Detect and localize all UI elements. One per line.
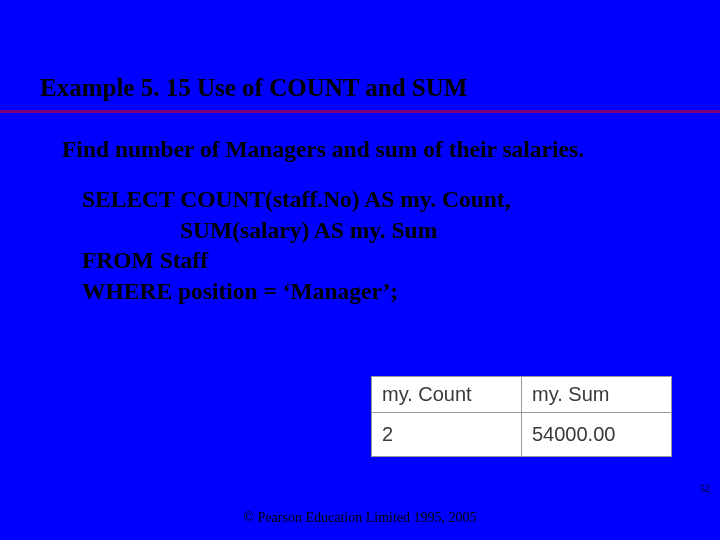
table-header-row: my. Count my. Sum [372, 377, 672, 413]
cell-sum: 54000.00 [522, 413, 672, 457]
sql-line-4: WHERE position = ‘Manager’; [82, 278, 398, 304]
sql-block: SELECT COUNT(staff.No) AS my. Count, SUM… [0, 164, 720, 306]
sql-line-2: SUM(salary) AS my. Sum [82, 215, 720, 246]
slide: Example 5. 15 Use of COUNT and SUM Find … [0, 0, 720, 540]
slide-number: 52 [700, 483, 710, 494]
copyright: © Pearson Education Limited 1995, 2005 [0, 510, 720, 526]
result-table-wrap: my. Count my. Sum 2 54000.00 [371, 376, 672, 457]
problem-statement: Find number of Managers and sum of their… [0, 113, 720, 164]
slide-title: Example 5. 15 Use of COUNT and SUM [0, 74, 720, 108]
result-table: my. Count my. Sum 2 54000.00 [371, 376, 672, 457]
table-row: 2 54000.00 [372, 413, 672, 457]
sql-line-3: FROM Staff [82, 247, 208, 273]
sql-line-1: SELECT COUNT(staff.No) AS my. Count, [82, 186, 511, 212]
col-header-count: my. Count [372, 377, 522, 413]
cell-count: 2 [372, 413, 522, 457]
col-header-sum: my. Sum [522, 377, 672, 413]
